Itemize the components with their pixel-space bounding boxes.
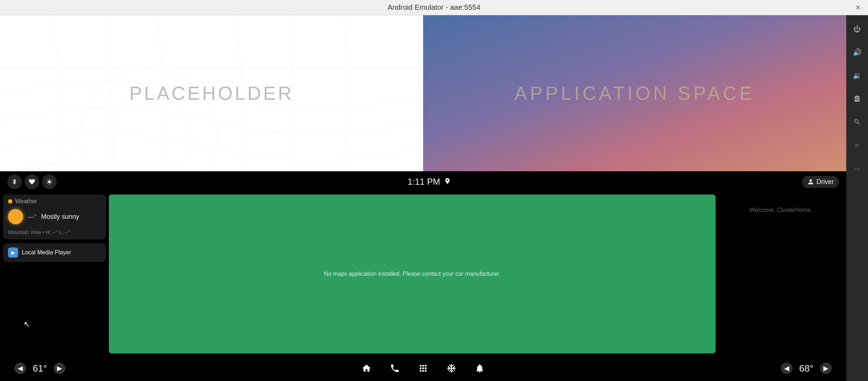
weather-description: Mostly sunny xyxy=(41,213,79,221)
placeholder-text: PLACEHOLDER xyxy=(129,82,294,104)
map-panel: No maps application installed. Please co… xyxy=(109,194,716,353)
driver-button[interactable]: Driver xyxy=(802,176,839,188)
volume-down-button[interactable]: 🔉 xyxy=(851,69,864,82)
left-temp-control: ◀ 61° ▶ xyxy=(15,362,65,374)
volume-up-button[interactable]: 🔊 xyxy=(851,46,864,59)
nav-center xyxy=(357,359,489,377)
mouse-cursor: ↖ xyxy=(24,320,30,329)
title-bar-text: Android Emulator - aae:5554 xyxy=(388,3,480,12)
left-temp-increase-button[interactable]: ▶ xyxy=(54,362,65,374)
status-center: 1:11 PM xyxy=(57,177,802,187)
media-icon: ▶ xyxy=(8,247,18,258)
sun-icon xyxy=(8,209,23,224)
notification-nav-button[interactable] xyxy=(471,359,489,377)
right-temp-decrease-button[interactable]: ◀ xyxy=(781,362,793,374)
weather-dash: —° xyxy=(28,213,37,221)
media-label: Local Media Player xyxy=(22,249,71,256)
brightness-button[interactable] xyxy=(42,175,57,189)
map-no-app-text: No maps application installed. Please co… xyxy=(324,271,500,277)
left-panel: Weather —° Mostly sunny Mountain View • … xyxy=(0,192,109,356)
bluetooth-button[interactable] xyxy=(7,175,22,189)
home-nav-button[interactable] xyxy=(357,359,376,377)
left-temp-decrease-button[interactable]: ◀ xyxy=(15,362,26,374)
zoom-button[interactable] xyxy=(851,115,864,128)
title-bar: Android Emulator - aae:5554 ✕ xyxy=(0,0,868,15)
svg-point-0 xyxy=(106,95,191,171)
circle-button[interactable]: ○ xyxy=(851,139,864,152)
weather-location-row: Mountain View • H: --° L: --° xyxy=(3,227,106,239)
camera-button[interactable] xyxy=(851,92,864,105)
status-left-icons xyxy=(7,175,57,189)
hvac-nav-button[interactable] xyxy=(442,359,460,377)
wifi-button[interactable] xyxy=(25,175,39,189)
weather-header: Weather xyxy=(3,194,106,207)
right-info-panel: Welcome, ClusterHome. xyxy=(716,192,846,356)
close-icon[interactable]: ✕ xyxy=(855,4,861,12)
left-temp-value: 61° xyxy=(29,363,51,374)
phone-nav-button[interactable] xyxy=(386,359,404,377)
app-space-text: APPLICATION SPACE xyxy=(515,82,755,104)
sidebar-controls: ⏻ 🔊 🔉 ○ ··· xyxy=(846,15,868,381)
driver-label: Driver xyxy=(816,178,834,186)
placeholder-panel: PLACEHOLDER xyxy=(0,15,423,171)
status-time: 1:11 PM xyxy=(408,177,440,187)
emulator-body: ⏻ 🔊 🔉 ○ ··· xyxy=(0,15,868,381)
power-button[interactable]: ⏻ xyxy=(851,22,864,36)
right-temp-value: 68° xyxy=(795,363,817,374)
weather-label: Weather xyxy=(15,198,37,205)
right-temp-control: ◀ 68° ▶ xyxy=(781,362,832,374)
weather-card[interactable]: Weather —° Mostly sunny Mountain View • … xyxy=(3,194,106,239)
car-ui: 1:11 PM Driver xyxy=(0,171,846,381)
location-icon xyxy=(444,177,451,187)
right-temp-increase-button[interactable]: ▶ xyxy=(820,362,832,374)
weather-dot-icon xyxy=(8,199,12,204)
more-button[interactable]: ··· xyxy=(851,162,864,175)
media-card[interactable]: ▶ Local Media Player xyxy=(3,243,106,262)
weather-main: —° Mostly sunny xyxy=(3,207,106,227)
car-main: Weather —° Mostly sunny Mountain View • … xyxy=(0,192,846,356)
status-right: Driver xyxy=(802,176,839,188)
apps-nav-button[interactable] xyxy=(414,359,432,377)
status-bar: 1:11 PM Driver xyxy=(0,171,846,192)
top-display: PLACEHOLDER APPLICATION SPACE xyxy=(0,15,846,171)
cursor-area: ↖ xyxy=(0,263,109,356)
main-content: PLACEHOLDER APPLICATION SPACE xyxy=(0,15,846,381)
welcome-text: Welcome, ClusterHome. xyxy=(749,207,812,213)
app-space-panel: APPLICATION SPACE xyxy=(423,15,846,171)
nav-bar: ◀ 61° ▶ xyxy=(0,356,846,381)
